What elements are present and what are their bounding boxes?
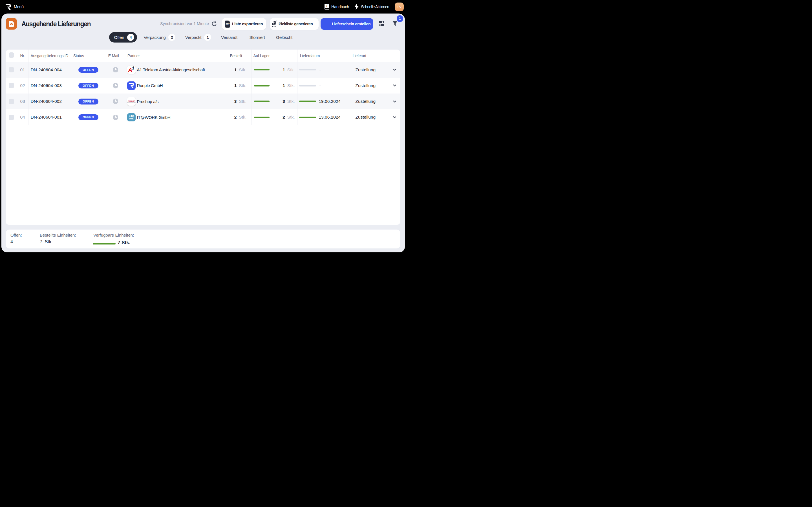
svg-text:CSV: CSV bbox=[225, 23, 230, 25]
